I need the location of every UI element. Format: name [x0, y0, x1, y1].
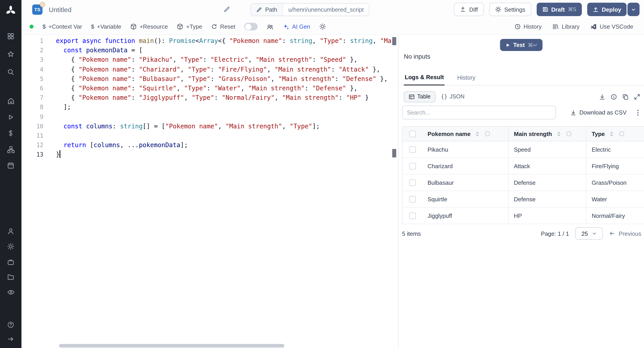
diff-label: Diff — [469, 6, 478, 13]
ts-label: TS — [34, 7, 40, 12]
table-cell: Fire/Flying — [586, 158, 644, 174]
code-lines[interactable]: export async function main(): Promise<Ar… — [56, 36, 392, 160]
deploy-button[interactable]: Deploy — [587, 3, 626, 16]
audit-eye-icon[interactable] — [0, 286, 22, 299]
windmill-logo-icon[interactable] — [0, 4, 22, 18]
page-size-select[interactable]: 25 — [575, 227, 603, 240]
star-icon[interactable] — [0, 48, 22, 61]
deploy-menu-button[interactable] — [628, 3, 640, 16]
select-all-checkbox[interactable] — [409, 130, 416, 137]
test-button[interactable]: Test ⌘↵ — [500, 39, 543, 51]
add-variable-button[interactable]: $+Variable — [91, 23, 121, 30]
code-line[interactable]: const pokemonData = [ — [56, 46, 392, 55]
settings-gear-icon[interactable] — [0, 240, 22, 253]
history-label: History — [524, 23, 542, 30]
path-edit-button[interactable]: Path — [251, 4, 283, 16]
table-row[interactable]: CharizardAttackFire/Flying — [402, 158, 644, 174]
row-checkbox[interactable] — [409, 212, 416, 219]
code-line[interactable]: return [columns, ...pokemonData]; — [56, 140, 392, 150]
table-row[interactable]: BulbasaurDefenseGrass/Poison — [402, 174, 644, 191]
filter-circle-icon[interactable] — [484, 130, 490, 137]
gear-icon — [495, 6, 501, 12]
collaborators-icon[interactable] — [266, 23, 274, 30]
code-line[interactable]: { "Pokemon name": "Pikachu", "Type": "El… — [56, 55, 392, 65]
row-checkbox[interactable] — [409, 162, 416, 169]
multiplayer-toggle[interactable] — [244, 23, 258, 30]
workers-briefcase-icon[interactable] — [0, 256, 22, 269]
library-button[interactable]: Library — [552, 23, 580, 30]
settings-button[interactable]: Settings — [489, 3, 531, 16]
sort-icon[interactable] — [556, 131, 562, 137]
tab-logs-result[interactable]: Logs & Result — [404, 74, 445, 86]
tab-history[interactable]: History — [456, 74, 476, 85]
horizontal-scrollbar[interactable] — [59, 344, 284, 348]
code-line[interactable]: export async function main(): Promise<Ar… — [56, 36, 392, 46]
view-json-label: JSON — [450, 94, 465, 100]
column-header-pokemon-name[interactable]: Pokemon name — [422, 126, 508, 141]
code-line[interactable]: { "Pokemon name": "Jigglypuff", "Type": … — [56, 93, 392, 102]
code-line[interactable]: { "Pokemon name": "Charizard", "Type": "… — [56, 65, 392, 74]
previous-page-button[interactable]: Previous — [609, 230, 641, 237]
kebab-menu-icon[interactable]: ⋮ — [634, 109, 641, 116]
vscode-icon — [590, 23, 597, 30]
apps-grid-icon[interactable] — [0, 30, 22, 43]
code-editor[interactable]: 12345678910111213 export async function … — [22, 35, 398, 348]
collapse-arrow-icon[interactable] — [0, 332, 22, 346]
download-csv-button[interactable]: Download as CSV — [570, 109, 626, 116]
add-context-var-button[interactable]: $+Context Var — [42, 23, 82, 30]
help-icon[interactable] — [0, 318, 22, 332]
download-icon[interactable] — [599, 93, 606, 100]
add-resource-button[interactable]: +Resource — [130, 23, 168, 30]
ai-gen-label: AI Gen — [292, 23, 310, 30]
column-header-main-strength[interactable]: Main strength — [508, 126, 586, 141]
view-table-toggle[interactable]: Table — [404, 91, 436, 102]
table-row[interactable]: PikachuSpeedElectric — [402, 141, 644, 158]
table-row[interactable]: SquirtleDefenseWater — [402, 191, 644, 208]
code-line[interactable] — [56, 112, 392, 122]
path-label: Path — [265, 6, 277, 13]
edit-title-pencil-icon[interactable] — [224, 6, 230, 12]
user-icon[interactable] — [0, 224, 22, 238]
row-checkbox[interactable] — [409, 196, 416, 202]
line-number: 2 — [22, 46, 44, 55]
flows-icon[interactable] — [0, 143, 22, 156]
filter-circle-icon[interactable] — [566, 130, 572, 137]
test-shortcut: ⌘↵ — [528, 42, 537, 48]
editor-settings-gear-icon[interactable] — [319, 23, 326, 30]
sort-icon[interactable] — [474, 131, 480, 137]
variables-dollar-icon[interactable] — [0, 126, 22, 140]
code-line[interactable]: } — [56, 150, 392, 160]
sort-icon[interactable] — [609, 131, 615, 137]
ai-gen-button[interactable]: AI Gen — [283, 23, 310, 30]
folders-icon[interactable] — [0, 270, 22, 284]
expand-icon[interactable] — [634, 93, 640, 100]
row-checkbox[interactable] — [409, 179, 416, 186]
filter-circle-icon[interactable] — [619, 130, 625, 137]
search-input[interactable] — [402, 106, 556, 120]
copy-icon[interactable] — [622, 93, 629, 100]
use-vscode-button[interactable]: Use VSCode — [590, 23, 633, 30]
row-checkbox[interactable] — [409, 146, 416, 153]
table-row[interactable]: JigglypuffHPNormal/Fairy — [402, 208, 644, 224]
history-button[interactable]: History — [514, 23, 542, 30]
typescript-badge-icon: TS — [32, 4, 42, 14]
code-line[interactable] — [56, 131, 392, 140]
draft-button[interactable]: Draft ⌘S — [536, 3, 582, 16]
runs-play-icon[interactable] — [0, 110, 22, 124]
code-line[interactable]: const columns: string[] = ["Pokemon name… — [56, 122, 392, 131]
code-line[interactable]: ]; — [56, 103, 392, 112]
search-icon[interactable] — [0, 65, 22, 79]
code-line[interactable]: { "Pokemon name": "Squirtle", "Type": "W… — [56, 84, 392, 93]
reset-button[interactable]: Reset — [211, 23, 235, 30]
path-chip[interactable]: Path u/henri/unencumbered_script — [250, 3, 370, 16]
app-window: TS Untitled Path u/henri/unencumbered_sc… — [0, 0, 644, 348]
table-controls: Download as CSV ⋮ — [402, 106, 641, 120]
column-header-type[interactable]: Type — [586, 126, 644, 141]
diff-button[interactable]: Diff — [454, 3, 484, 16]
view-json-toggle[interactable]: {} JSON — [439, 94, 466, 100]
add-type-button[interactable]: +Type — [177, 23, 202, 30]
schedules-calendar-icon[interactable] — [0, 159, 22, 172]
info-icon[interactable] — [610, 93, 617, 100]
code-line[interactable]: { "Pokemon name": "Bulbasaur", "Type": "… — [56, 74, 392, 84]
home-icon[interactable] — [0, 94, 22, 107]
